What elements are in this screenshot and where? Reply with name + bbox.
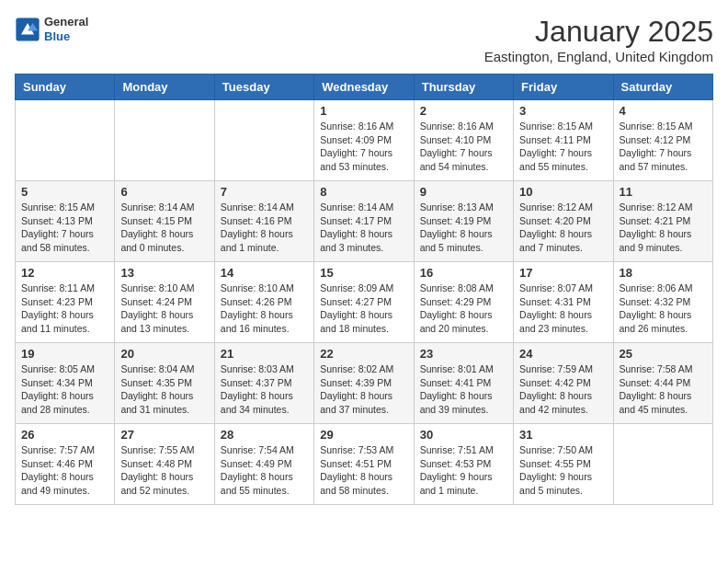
day-number: 28 [221,428,308,442]
calendar-cell: 14Sunrise: 8:10 AM Sunset: 4:26 PM Dayli… [214,262,313,343]
calendar-cell: 12Sunrise: 8:11 AM Sunset: 4:23 PM Dayli… [16,262,115,343]
calendar-cell: 28Sunrise: 7:54 AM Sunset: 4:49 PM Dayli… [214,424,313,505]
day-number: 31 [519,428,607,442]
calendar-cell: 26Sunrise: 7:57 AM Sunset: 4:46 PM Dayli… [16,424,115,505]
calendar-cell: 5Sunrise: 8:15 AM Sunset: 4:13 PM Daylig… [16,181,115,262]
day-info: Sunrise: 8:10 AM Sunset: 4:26 PM Dayligh… [221,282,308,336]
calendar-table: SundayMondayTuesdayWednesdayThursdayFrid… [15,74,713,505]
day-number: 11 [620,185,707,199]
title-block: January 2025 Eastington, England, United… [484,15,713,64]
day-number: 16 [420,266,507,280]
calendar-cell: 16Sunrise: 8:08 AM Sunset: 4:29 PM Dayli… [414,262,513,343]
calendar-cell: 1Sunrise: 8:16 AM Sunset: 4:09 PM Daylig… [314,100,414,181]
day-info: Sunrise: 8:14 AM Sunset: 4:16 PM Dayligh… [221,201,308,255]
day-number: 13 [120,266,208,280]
day-number: 26 [21,428,108,442]
calendar-cell: 6Sunrise: 8:14 AM Sunset: 4:15 PM Daylig… [115,181,214,262]
calendar-cell: 25Sunrise: 7:58 AM Sunset: 4:44 PM Dayli… [613,343,712,424]
day-info: Sunrise: 7:55 AM Sunset: 4:48 PM Dayligh… [120,443,208,498]
day-info: Sunrise: 7:59 AM Sunset: 4:42 PM Dayligh… [519,362,607,417]
day-number: 1 [320,104,407,118]
calendar-cell: 17Sunrise: 8:07 AM Sunset: 4:31 PM Dayli… [514,262,613,343]
day-info: Sunrise: 8:14 AM Sunset: 4:17 PM Dayligh… [320,201,407,255]
calendar-cell: 11Sunrise: 8:12 AM Sunset: 4:21 PM Dayli… [613,181,712,262]
calendar-cell: 21Sunrise: 8:03 AM Sunset: 4:37 PM Dayli… [214,343,313,424]
header-tuesday: Tuesday [214,75,313,100]
header-monday: Monday [115,75,214,100]
day-number: 27 [120,428,208,442]
calendar-cell: 13Sunrise: 8:10 AM Sunset: 4:24 PM Dayli… [115,262,214,343]
calendar-cell [115,100,214,181]
day-info: Sunrise: 8:05 AM Sunset: 4:34 PM Dayligh… [21,362,108,417]
day-info: Sunrise: 8:14 AM Sunset: 4:15 PM Dayligh… [120,201,208,255]
day-number: 2 [420,104,507,118]
calendar-week-3: 19Sunrise: 8:05 AM Sunset: 4:34 PM Dayli… [16,343,713,424]
day-info: Sunrise: 8:12 AM Sunset: 4:20 PM Dayligh… [519,201,607,255]
day-number: 30 [420,428,507,442]
calendar-cell: 4Sunrise: 8:15 AM Sunset: 4:12 PM Daylig… [613,100,712,181]
day-number: 7 [221,185,308,199]
day-number: 23 [420,347,507,361]
calendar-week-4: 26Sunrise: 7:57 AM Sunset: 4:46 PM Dayli… [16,424,713,505]
calendar-header-row: SundayMondayTuesdayWednesdayThursdayFrid… [16,75,713,100]
calendar-cell: 23Sunrise: 8:01 AM Sunset: 4:41 PM Dayli… [414,343,513,424]
header-wednesday: Wednesday [314,75,414,100]
calendar-cell: 2Sunrise: 8:16 AM Sunset: 4:10 PM Daylig… [414,100,513,181]
day-number: 18 [620,266,707,280]
calendar-cell: 7Sunrise: 8:14 AM Sunset: 4:16 PM Daylig… [214,181,313,262]
header-saturday: Saturday [613,75,712,100]
day-info: Sunrise: 7:54 AM Sunset: 4:49 PM Dayligh… [221,443,308,498]
day-number: 8 [320,185,407,199]
day-number: 6 [120,185,208,199]
day-number: 25 [620,347,707,361]
day-info: Sunrise: 8:15 AM Sunset: 4:13 PM Dayligh… [21,201,108,255]
day-info: Sunrise: 7:51 AM Sunset: 4:53 PM Dayligh… [420,443,507,498]
logo-text: General Blue [44,15,88,43]
header-thursday: Thursday [414,75,513,100]
calendar-body: 1Sunrise: 8:16 AM Sunset: 4:09 PM Daylig… [16,100,713,505]
calendar-week-0: 1Sunrise: 8:16 AM Sunset: 4:09 PM Daylig… [16,100,713,181]
day-info: Sunrise: 8:04 AM Sunset: 4:35 PM Dayligh… [120,362,208,417]
day-info: Sunrise: 8:16 AM Sunset: 4:09 PM Dayligh… [320,120,407,174]
day-info: Sunrise: 8:15 AM Sunset: 4:11 PM Dayligh… [519,120,607,174]
day-info: Sunrise: 8:12 AM Sunset: 4:21 PM Dayligh… [620,201,707,255]
calendar-cell [214,100,313,181]
logo-blue-text: Blue [44,29,88,44]
day-info: Sunrise: 7:53 AM Sunset: 4:51 PM Dayligh… [320,443,407,498]
day-number: 12 [21,266,108,280]
day-info: Sunrise: 8:08 AM Sunset: 4:29 PM Dayligh… [420,282,507,336]
day-info: Sunrise: 8:09 AM Sunset: 4:27 PM Dayligh… [320,282,407,336]
day-number: 5 [21,185,108,199]
location-text: Eastington, England, United Kingdom [484,49,713,64]
calendar-cell: 8Sunrise: 8:14 AM Sunset: 4:17 PM Daylig… [314,181,414,262]
day-number: 24 [519,347,607,361]
day-info: Sunrise: 8:07 AM Sunset: 4:31 PM Dayligh… [519,282,607,336]
day-info: Sunrise: 8:01 AM Sunset: 4:41 PM Dayligh… [420,362,507,417]
day-info: Sunrise: 8:11 AM Sunset: 4:23 PM Dayligh… [21,282,108,336]
calendar-cell: 31Sunrise: 7:50 AM Sunset: 4:55 PM Dayli… [514,424,613,505]
day-info: Sunrise: 8:16 AM Sunset: 4:10 PM Dayligh… [420,120,507,174]
calendar-week-2: 12Sunrise: 8:11 AM Sunset: 4:23 PM Dayli… [16,262,713,343]
day-number: 14 [221,266,308,280]
day-number: 10 [519,185,607,199]
logo-icon [15,17,40,42]
day-info: Sunrise: 7:58 AM Sunset: 4:44 PM Dayligh… [620,362,707,417]
page-header: General Blue January 2025 Eastington, En… [15,15,713,64]
day-info: Sunrise: 8:03 AM Sunset: 4:37 PM Dayligh… [221,362,308,417]
calendar-cell: 22Sunrise: 8:02 AM Sunset: 4:39 PM Dayli… [314,343,414,424]
day-number: 21 [221,347,308,361]
logo-general-text: General [44,15,88,29]
header-friday: Friday [514,75,613,100]
calendar-cell: 19Sunrise: 8:05 AM Sunset: 4:34 PM Dayli… [16,343,115,424]
calendar-week-1: 5Sunrise: 8:15 AM Sunset: 4:13 PM Daylig… [16,181,713,262]
day-info: Sunrise: 7:57 AM Sunset: 4:46 PM Dayligh… [21,443,108,498]
day-number: 17 [519,266,607,280]
calendar-cell: 30Sunrise: 7:51 AM Sunset: 4:53 PM Dayli… [414,424,513,505]
calendar-cell: 18Sunrise: 8:06 AM Sunset: 4:32 PM Dayli… [613,262,712,343]
day-info: Sunrise: 8:06 AM Sunset: 4:32 PM Dayligh… [620,282,707,336]
calendar-cell [613,424,712,505]
day-number: 15 [320,266,407,280]
day-info: Sunrise: 7:50 AM Sunset: 4:55 PM Dayligh… [519,443,607,498]
day-number: 3 [519,104,607,118]
calendar-cell: 29Sunrise: 7:53 AM Sunset: 4:51 PM Dayli… [314,424,414,505]
